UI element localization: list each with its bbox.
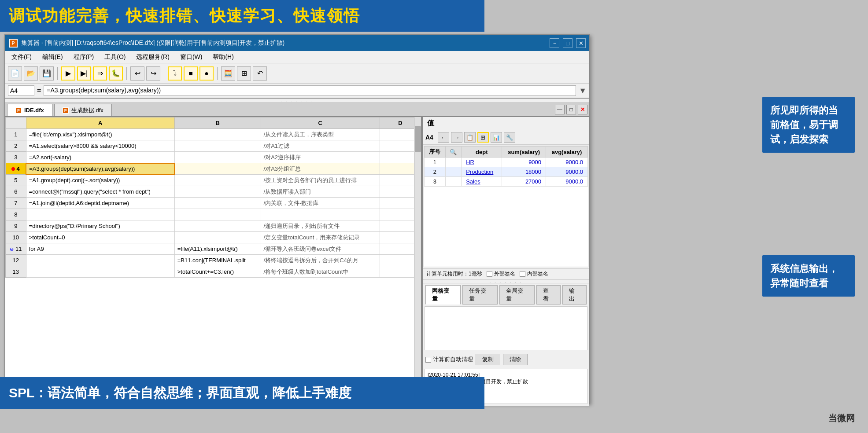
- undo-button[interactable]: ↩: [130, 66, 144, 81]
- tab-close-button[interactable]: ✕: [578, 105, 587, 114]
- tab-generate-dfx[interactable]: P 生成数据.dfx: [54, 104, 112, 116]
- tab-minimize-button[interactable]: —: [555, 105, 565, 114]
- var-tab-view[interactable]: 查看: [536, 285, 561, 305]
- formula-input[interactable]: =A3.groups(dept;sum(salary),avg(salary)): [44, 85, 576, 96]
- cell-c7[interactable]: /内关联，文件-数据库: [261, 198, 380, 209]
- cell-a12[interactable]: [26, 255, 174, 266]
- val-table-button[interactable]: ⊞: [477, 132, 489, 143]
- cell-c8[interactable]: [261, 209, 380, 220]
- vt-header-avg: avg(salary): [546, 147, 588, 158]
- cell-a4[interactable]: =A3.groups(dept;sum(salary),avg(salary)): [26, 163, 174, 175]
- cell-b10[interactable]: [174, 232, 261, 243]
- cell-a8[interactable]: [26, 209, 174, 220]
- external-sign-checkbox[interactable]: 外部签名: [487, 270, 515, 278]
- grid-button[interactable]: ⊞: [237, 66, 251, 81]
- save-button[interactable]: 💾: [40, 66, 54, 81]
- var-tab-global[interactable]: 全局变量: [499, 285, 535, 305]
- cell-a13[interactable]: [26, 266, 174, 278]
- external-sign-cb[interactable]: [487, 271, 492, 277]
- val-forward-button[interactable]: →: [451, 132, 462, 143]
- cell-b8[interactable]: [174, 209, 261, 220]
- val-settings-button[interactable]: 🔧: [504, 132, 515, 143]
- menu-help[interactable]: 帮助(H): [208, 52, 238, 62]
- tab-restore-button[interactable]: □: [566, 105, 576, 114]
- cell-a7[interactable]: =A1.join@i(deptid,A6:deptid,deptname): [26, 198, 174, 209]
- formula-expand-icon[interactable]: ▼: [579, 86, 587, 95]
- cell-a3[interactable]: =A2.sort(-salary): [26, 152, 174, 163]
- close-button[interactable]: ✕: [576, 38, 586, 48]
- cell-b1[interactable]: [174, 129, 261, 140]
- cell-c3[interactable]: /对A2逆序排序: [261, 152, 380, 163]
- cell-a10[interactable]: >totalCount=0: [26, 232, 174, 243]
- menu-program[interactable]: 程序(P): [69, 52, 99, 62]
- var-tab-task[interactable]: 任务变量: [462, 285, 498, 305]
- cell-b3[interactable]: [174, 152, 261, 163]
- clear-var-button[interactable]: 清除: [503, 354, 528, 365]
- cell-b11[interactable]: =file(A11).xlsimport@t(): [174, 243, 261, 255]
- vt-dept-3[interactable]: Sales: [462, 177, 502, 187]
- var-tab-grid[interactable]: 网格变量: [425, 285, 461, 305]
- redo-button[interactable]: ↪: [146, 66, 160, 81]
- run-step-button[interactable]: ▶|: [77, 66, 91, 81]
- auto-clear-checkbox[interactable]: 计算前自动清理: [425, 356, 473, 363]
- scroll-thumb[interactable]: [415, 126, 421, 152]
- val-copy-button[interactable]: 📋: [464, 132, 476, 143]
- cell-c1[interactable]: /从文件读入员工，序表类型: [261, 129, 380, 140]
- cell-a9[interactable]: =directory@ps("D:/Primary School"): [26, 220, 174, 232]
- panel-resize-handle[interactable]: · · · · · · ·: [423, 279, 589, 283]
- back-button[interactable]: ↶: [253, 66, 267, 81]
- cell-b2[interactable]: [174, 140, 261, 152]
- open-button[interactable]: 📂: [24, 66, 38, 81]
- cell-b4[interactable]: [174, 163, 261, 175]
- stop-button[interactable]: ■: [184, 66, 198, 81]
- record-button[interactable]: ●: [199, 66, 214, 81]
- step-into-button[interactable]: ⤵: [168, 66, 182, 81]
- cell-a1[interactable]: =file("d:/emp.xlsx").xlsimport@t(): [26, 129, 174, 140]
- cell-c10[interactable]: /定义变量totalCount，用来存储总记录: [261, 232, 380, 243]
- cell-a11[interactable]: for A9: [26, 243, 174, 255]
- menu-file[interactable]: 文件(F): [7, 52, 36, 62]
- cell-c9[interactable]: /递归遍历目录，列出所有文件: [261, 220, 380, 232]
- internal-sign-checkbox[interactable]: 内部签名: [520, 270, 548, 278]
- cell-c12[interactable]: /将终端按逗号拆分后，合开到C4的月: [261, 255, 380, 266]
- vt-dept-1[interactable]: HR: [462, 158, 502, 167]
- cell-c11[interactable]: /循环导入各班级问卷excel文件: [261, 243, 380, 255]
- vertical-scrollbar[interactable]: [414, 117, 421, 406]
- cell-b9[interactable]: [174, 220, 261, 232]
- minimize-button[interactable]: －: [550, 38, 559, 48]
- var-tab-output[interactable]: 输出: [562, 285, 587, 305]
- auto-clear-cb[interactable]: [425, 357, 431, 363]
- menu-window[interactable]: 窗口(W): [176, 52, 207, 62]
- menu-tools[interactable]: 工具(O): [100, 52, 130, 62]
- cell-a5[interactable]: =A1.group(dept).conj(~.sort(salary)): [26, 175, 174, 186]
- cell-c13[interactable]: /将每个班级人数加到totalCount中: [261, 266, 380, 278]
- cell-b5[interactable]: [174, 175, 261, 186]
- tab-ide-dfx[interactable]: P IDE.dfx: [7, 104, 52, 116]
- run-cursor-button[interactable]: ⇒: [93, 66, 107, 81]
- internal-sign-cb[interactable]: [520, 271, 525, 277]
- copy-var-button[interactable]: 复制: [476, 354, 500, 365]
- cell-c2[interactable]: /对A1过滤: [261, 140, 380, 152]
- cell-a2[interactable]: =A1.select(salary>8000 && salary<10000): [26, 140, 174, 152]
- cell-c6[interactable]: /从数据库读入部门: [261, 186, 380, 198]
- new-button[interactable]: 📄: [8, 66, 22, 81]
- run-button[interactable]: ▶: [61, 66, 75, 81]
- menu-remote[interactable]: 远程服务(R): [132, 52, 174, 62]
- debug-button[interactable]: 🐛: [109, 66, 123, 81]
- cell-b6[interactable]: [174, 186, 261, 198]
- vt-dept-2[interactable]: Production: [462, 167, 502, 177]
- menu-edit[interactable]: 编辑(E): [38, 52, 67, 62]
- calc-button[interactable]: 🧮: [221, 66, 235, 81]
- cell-c5[interactable]: /按工资对全员各部门内的员工进行排: [261, 175, 380, 186]
- cell-b7[interactable]: [174, 198, 261, 209]
- maximize-button[interactable]: □: [563, 38, 573, 48]
- cell-a6[interactable]: =connect@l("mssql").query("select * from…: [26, 186, 174, 198]
- cell-reference-input[interactable]: [8, 85, 34, 96]
- main-window: P 集算器 - [售前内测] [D:\raqsoft64\esProc\IDE.…: [4, 34, 590, 404]
- resize-handle[interactable]: · · · · · · ·: [5, 99, 589, 102]
- cell-b13[interactable]: >totalCount+=C3.len(): [174, 266, 261, 278]
- cell-c4[interactable]: /对A3分组汇总: [261, 163, 380, 175]
- val-back-button[interactable]: ←: [438, 132, 449, 143]
- val-chart-button[interactable]: 📊: [491, 132, 502, 143]
- cell-b12[interactable]: =B11.conj(TERMINAL.split: [174, 255, 261, 266]
